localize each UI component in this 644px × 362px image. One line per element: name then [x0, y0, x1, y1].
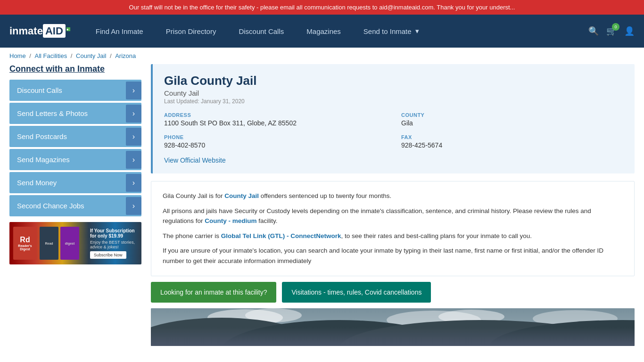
sidebar-btn-send-letters[interactable]: Send Letters & Photos › — [9, 103, 141, 124]
cta-row: Looking for an inmate at this facility? … — [151, 282, 635, 303]
breadcrumb-home[interactable]: Home — [9, 52, 26, 59]
ad-headline: If Your Subscription for only $19.99 — [90, 228, 138, 239]
sidebar-btn-send-magazines-label: Send Magazines — [17, 156, 70, 164]
navbar: inmateAID● Find An Inmate Prison Directo… — [0, 15, 644, 48]
phone-label: PHONE — [164, 134, 386, 140]
nav-links: Find An Inmate Prison Directory Discount… — [84, 15, 588, 48]
alert-text: Our staff will not be in the office for … — [129, 4, 515, 11]
address-value: 1100 South St PO Box 311, Globe, AZ 8550… — [164, 119, 386, 127]
logo-dot-icon: ● — [66, 27, 70, 31]
ad-subtext: Enjoy the BEST stories, advice & jokes! — [90, 240, 138, 249]
cart-badge: 0 — [612, 23, 619, 31]
account-button[interactable]: 👤 — [624, 26, 635, 36]
facility-fax-block: FAX 928-425-5674 — [401, 134, 623, 149]
visitations-cta-label: Visitations - times, rules, Covid cancel… — [291, 288, 421, 296]
sidebar-btn-discount-calls[interactable]: Discount Calls › — [9, 80, 141, 101]
sidebar-btn-send-letters-label: Send Letters & Photos — [17, 109, 88, 117]
nav-prison-directory[interactable]: Prison Directory — [155, 15, 228, 48]
description-p4: If you are unsure of your inmate's locat… — [163, 246, 623, 266]
sidebar-btn-send-money-label: Send Money — [17, 179, 57, 187]
facility-phone-block: PHONE 928-402-8570 — [164, 134, 386, 149]
visitations-cta-button[interactable]: Visitations - times, rules, Covid cancel… — [282, 282, 431, 303]
find-inmate-cta-label: Looking for an inmate at this facility? — [160, 288, 267, 296]
find-inmate-cta-button[interactable]: Looking for an inmate at this facility? — [151, 282, 276, 303]
logo[interactable]: inmateAID● — [9, 25, 70, 37]
nav-send-to-inmate[interactable]: Send to Inmate ▾ — [352, 15, 430, 48]
breadcrumb-sep-3: / — [110, 52, 113, 59]
official-website-link[interactable]: View Official Website — [164, 156, 226, 164]
facility-type: County Jail — [164, 89, 623, 97]
nav-find-inmate[interactable]: Find An Inmate — [84, 15, 155, 48]
alert-banner: Our staff will not be in the office for … — [0, 0, 644, 15]
sidebar-btn-send-postcards[interactable]: Send Postcards › — [9, 126, 141, 147]
sidebar-btn-send-magazines[interactable]: Send Magazines › — [9, 149, 141, 170]
logo-aid: AID — [43, 24, 66, 38]
ad-cover: Rd Reader'sDigest — [13, 227, 37, 260]
breadcrumb-sep-1: / — [29, 52, 33, 59]
facility-info-grid: ADDRESS 1100 South St PO Box 311, Globe,… — [164, 112, 623, 149]
sidebar-btn-send-money[interactable]: Send Money › — [9, 172, 141, 193]
sidebar-title: Connect with an Inmate — [9, 64, 141, 74]
description-p1: Gila County Jail is for County Jail offe… — [163, 191, 623, 201]
county-jail-link[interactable]: County Jail — [224, 192, 259, 199]
main-content: Gila County Jail County Jail Last Update… — [151, 64, 635, 346]
sidebar-arrow-second-chance-icon: › — [126, 197, 141, 215]
nav-icons: 🔍 🛒 0 👤 — [588, 26, 635, 36]
county-label: COUNTY — [401, 112, 623, 118]
breadcrumb-arizona[interactable]: Arizona — [115, 52, 136, 59]
phone-carrier-link[interactable]: Global Tel Link (GTL) - ConnectNetwork — [221, 232, 341, 239]
fax-value: 928-425-5674 — [401, 141, 623, 149]
county-value: Gila — [401, 119, 623, 127]
dropdown-arrow-icon: ▾ — [415, 27, 419, 35]
nav-send-to-inmate-label: Send to Inmate — [363, 27, 412, 35]
sidebar-btn-send-postcards-label: Send Postcards — [17, 132, 67, 140]
ad-subscribe-button[interactable]: Subscribe Now — [90, 251, 126, 259]
nav-magazines[interactable]: Magazines — [295, 15, 352, 48]
facility-updated: Last Updated: January 31, 2020 — [164, 98, 623, 105]
address-label: ADDRESS — [164, 112, 386, 118]
breadcrumb: Home / All Facilities / County Jail / Ar… — [0, 48, 644, 64]
sidebar-arrow-send-magazines-icon: › — [126, 151, 141, 169]
sidebar: Connect with an Inmate Discount Calls › … — [9, 64, 141, 346]
description-p2: All prisons and jails have Security or C… — [163, 206, 623, 226]
ad-cover-2: Read — [40, 227, 58, 260]
fax-label: FAX — [401, 134, 623, 140]
search-button[interactable]: 🔍 — [588, 26, 599, 36]
county-medium-link[interactable]: County - medium — [205, 217, 256, 224]
phone-value: 928-402-8570 — [164, 141, 386, 149]
sidebar-ad: Rd Reader'sDigest Read digest If Your Su… — [9, 222, 141, 264]
ad-cover-3: digest — [60, 227, 79, 260]
cart-button[interactable]: 🛒 0 — [606, 26, 617, 36]
nav-discount-calls[interactable]: Discount Calls — [227, 15, 295, 48]
breadcrumb-county-jail[interactable]: County Jail — [76, 52, 106, 59]
facility-card: Gila County Jail County Jail Last Update… — [151, 64, 635, 173]
facility-county-block: COUNTY Gila — [401, 112, 623, 127]
description-card: Gila County Jail is for County Jail offe… — [151, 181, 635, 276]
logo-inmate: inmate — [9, 25, 43, 37]
sidebar-arrow-send-money-icon: › — [126, 174, 141, 192]
sidebar-btn-discount-calls-label: Discount Calls — [17, 86, 62, 94]
facility-name: Gila County Jail — [164, 74, 623, 88]
facility-address-block: ADDRESS 1100 South St PO Box 311, Globe,… — [164, 112, 386, 127]
ad-text-area: If Your Subscription for only $19.99 Enj… — [90, 228, 138, 259]
facility-image — [151, 308, 635, 346]
sidebar-arrow-send-letters-icon: › — [126, 105, 141, 123]
sidebar-arrow-send-postcards-icon: › — [126, 128, 141, 146]
main-layout: Connect with an Inmate Discount Calls › … — [0, 64, 644, 355]
search-icon: 🔍 — [588, 26, 599, 36]
sidebar-btn-second-chance-label: Second Chance Jobs — [17, 202, 84, 210]
account-icon: 👤 — [624, 26, 635, 36]
description-p3: The phone carrier is Global Tel Link (GT… — [163, 231, 623, 241]
breadcrumb-all-facilities[interactable]: All Facilities — [35, 52, 67, 59]
breadcrumb-sep-2: / — [71, 52, 74, 59]
sidebar-arrow-discount-calls-icon: › — [126, 82, 141, 99]
sidebar-btn-second-chance[interactable]: Second Chance Jobs › — [9, 195, 141, 216]
